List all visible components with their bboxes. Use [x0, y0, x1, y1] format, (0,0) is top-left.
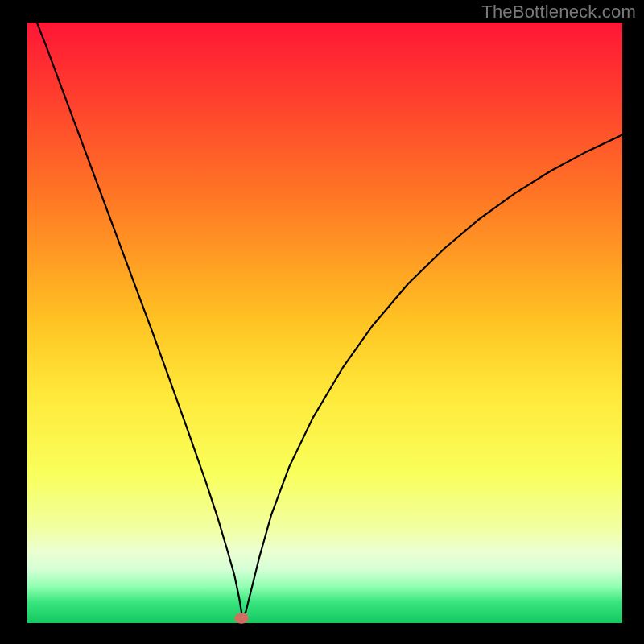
minimum-marker [234, 613, 249, 623]
chart-frame: { "watermark": "TheBottleneck.com", "cha… [0, 0, 644, 644]
plot-background [27, 23, 622, 623]
bottleneck-chart [0, 0, 644, 644]
